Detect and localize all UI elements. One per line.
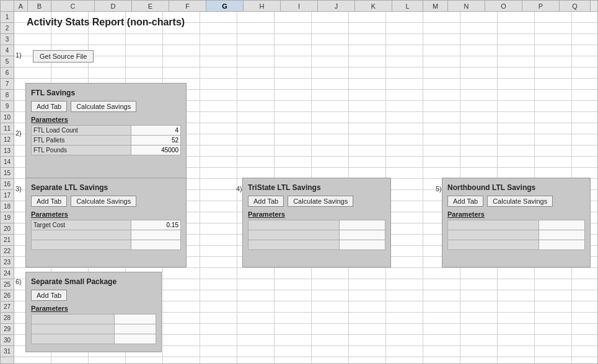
tristate-title: TriState LTL Savings (248, 183, 385, 192)
table-row: FTL Pounds 45000 (32, 145, 181, 155)
table-row (32, 314, 156, 324)
ftl-param-name-0: FTL Load Count (32, 126, 131, 136)
cells-area: Activity Stats Report (non-charts) Get S… (14, 12, 597, 363)
col-header-o: O (485, 1, 522, 11)
corner-cell (1, 1, 14, 11)
tristate-param-value-0 (340, 220, 385, 230)
ftl-param-value-1: 52 (131, 136, 180, 145)
tristate-param-name-2 (248, 240, 340, 250)
col-header-i: I (281, 1, 318, 11)
table-row: FTL Pallets 52 (32, 136, 181, 145)
row-num-15: 15 (1, 168, 14, 179)
sep-ltl-add-tab-button[interactable]: Add Tab (31, 196, 67, 207)
ftl-calculate-savings-button[interactable]: Calculate Savings (71, 101, 136, 112)
row-num-21: 21 (1, 235, 14, 246)
table-row (448, 230, 585, 240)
row-num-26: 26 (1, 290, 14, 301)
sep-ltl-param-value-0: 0.15 (131, 220, 180, 230)
row-num-19: 19 (1, 212, 14, 223)
spreadsheet: A B C D E F G H I J K L M N O P Q 1 2 3 … (0, 0, 598, 364)
row-num-9: 9 (1, 101, 14, 112)
row-num-3: 3 (1, 34, 14, 45)
col-header-c: C (51, 1, 95, 11)
get-source-button[interactable]: Get Source File (33, 50, 94, 63)
northbound-params-table (447, 220, 585, 250)
grid-body: 1 2 3 4 5 6 7 8 9 10 11 12 13 14 15 16 1… (1, 12, 597, 363)
table-row (448, 220, 585, 230)
row-label-4: 4) (236, 185, 242, 193)
small-pkg-param-value-0 (115, 314, 156, 324)
row-num-5: 5 (1, 56, 14, 67)
table-row (32, 324, 156, 334)
row-num-2: 2 (1, 23, 14, 34)
row-num-25: 25 (1, 279, 14, 290)
tristate-add-tab-button[interactable]: Add Tab (248, 196, 284, 207)
sep-ltl-calculate-savings-button[interactable]: Calculate Savings (71, 196, 136, 207)
row-label-5: 5) (436, 185, 442, 193)
tristate-param-value-1 (340, 230, 385, 240)
col-header-a: A (14, 1, 28, 11)
row-num-14: 14 (1, 157, 14, 168)
page-title: Activity Stats Report (non-charts) (27, 17, 185, 28)
row-num-28: 28 (1, 313, 14, 324)
northbound-param-value-2 (539, 240, 585, 250)
col-header-p: P (522, 1, 560, 11)
col-header-f: F (169, 1, 206, 11)
ftl-params-label: Parameters (31, 116, 181, 123)
tristate-params-table (248, 220, 385, 250)
ftl-param-name-1: FTL Pallets (32, 136, 131, 145)
table-row: Target Cost 0.15 (32, 220, 181, 230)
row-label-1: 1) (15, 51, 22, 59)
ftl-param-name-2: FTL Pounds (32, 145, 131, 155)
table-row (32, 230, 181, 240)
tristate-calculate-savings-button[interactable]: Calculate Savings (288, 196, 353, 207)
row-num-6: 6 (1, 67, 14, 79)
northbound-title: Northbound LTL Savings (447, 183, 585, 192)
row-num-29: 29 (1, 324, 14, 335)
sep-ltl-params-table: Target Cost 0.15 (31, 220, 181, 250)
northbound-section: Northbound LTL Savings Add Tab Calculate… (442, 178, 591, 267)
col-header-j: J (318, 1, 355, 11)
row-label-2: 2) (15, 129, 22, 137)
col-header-k: K (355, 1, 392, 11)
row-num-11: 11 (1, 123, 14, 134)
row-num-13: 13 (1, 145, 14, 157)
small-pkg-param-name-2 (32, 334, 115, 344)
sep-ltl-param-value-1 (131, 230, 180, 240)
row-num-1: 1 (1, 12, 14, 23)
tristate-params-label: Parameters (248, 210, 385, 218)
col-header-d: D (95, 1, 132, 11)
small-pkg-param-value-1 (115, 324, 156, 334)
tristate-param-name-1 (248, 230, 340, 240)
table-row: FTL Load Count 4 (32, 126, 181, 136)
col-header-n: N (448, 1, 485, 11)
table-row (248, 240, 385, 250)
small-pkg-add-tab-button[interactable]: Add Tab (31, 290, 67, 301)
row-num-20: 20 (1, 223, 14, 235)
table-row (248, 230, 385, 240)
col-header-q: Q (560, 1, 591, 11)
row-num-8: 8 (1, 90, 14, 101)
ftl-title: FTL Savings (31, 89, 181, 97)
northbound-add-tab-button[interactable]: Add Tab (447, 196, 483, 207)
row-num-4: 4 (1, 45, 14, 56)
small-pkg-param-name-0 (32, 314, 115, 324)
ftl-add-tab-button[interactable]: Add Tab (31, 101, 67, 112)
ftl-param-value-2: 45000 (131, 145, 180, 155)
row-num-24: 24 (1, 268, 14, 279)
row-num-18: 18 (1, 201, 14, 212)
small-pkg-section: Separate Small Package Add Tab Parameter… (25, 272, 162, 352)
sep-ltl-params-label: Parameters (31, 210, 181, 218)
row-headers: 1 2 3 4 5 6 7 8 9 10 11 12 13 14 15 16 1… (1, 12, 14, 363)
table-row (248, 220, 385, 230)
col-header-b: B (28, 1, 51, 11)
col-header-m: M (423, 1, 448, 11)
col-header-h: H (244, 1, 281, 11)
northbound-param-value-0 (539, 220, 585, 230)
sep-ltl-section: Separate LTL Savings Add Tab Calculate S… (25, 178, 187, 267)
northbound-calculate-savings-button[interactable]: Calculate Savings (487, 196, 553, 207)
small-pkg-param-name-1 (32, 324, 115, 334)
sep-ltl-param-name-0: Target Cost (32, 220, 131, 230)
col-header-l: L (392, 1, 423, 11)
col-header-e: E (132, 1, 169, 11)
